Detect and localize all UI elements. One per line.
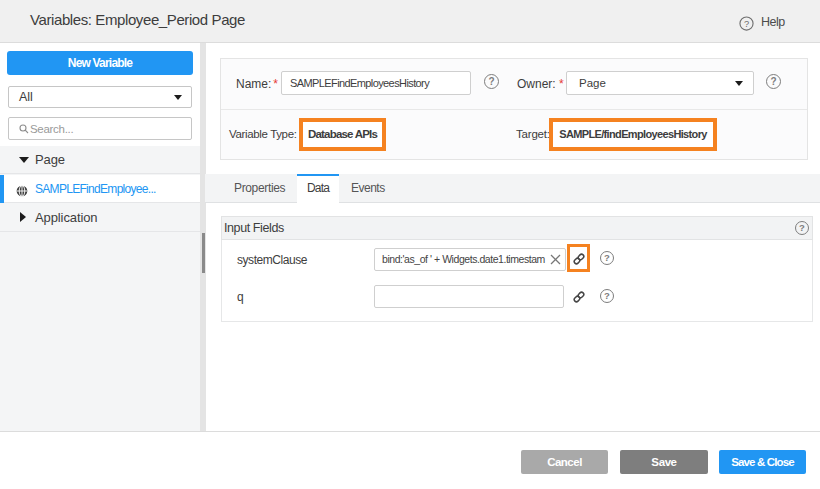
svg-text:?: ?: [744, 19, 749, 29]
